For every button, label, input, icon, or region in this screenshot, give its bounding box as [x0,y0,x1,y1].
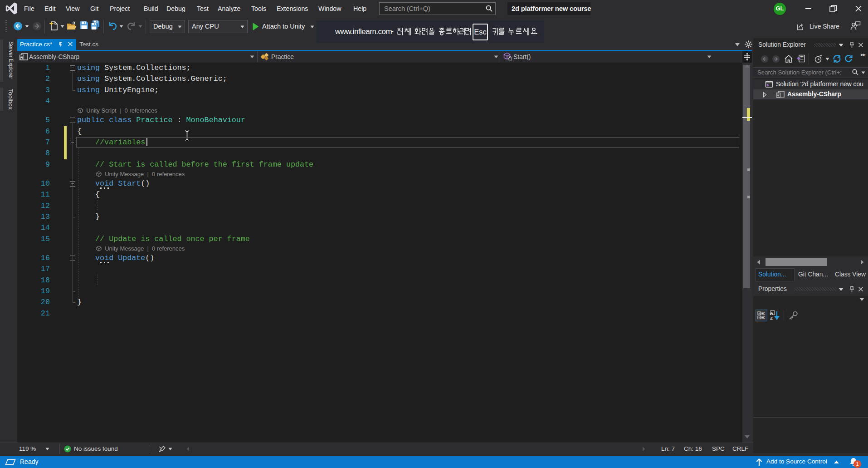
svg-text:Z: Z [770,315,773,320]
